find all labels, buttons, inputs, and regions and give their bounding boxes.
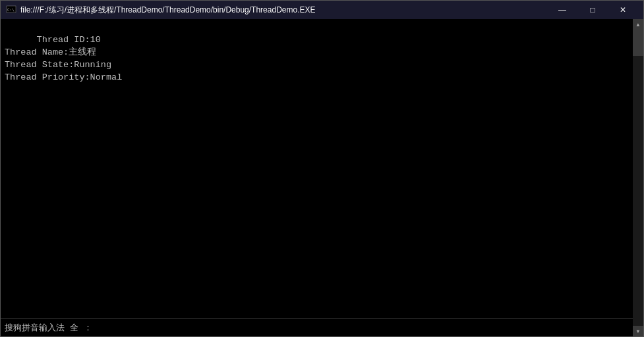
console-icon: C:\	[6, 5, 16, 15]
console-statusbar: 搜狗拼音输入法 全 ：	[1, 318, 643, 336]
scroll-down-arrow[interactable]: ▼	[633, 326, 643, 336]
console-line-4: Thread Priority:Normal	[5, 72, 122, 82]
console-body: Thread ID:10 Thread Name:主线程 Thread Stat…	[1, 19, 643, 336]
statusbar-text: 搜狗拼音输入法 全 ：	[5, 322, 92, 334]
console-line-1: Thread ID:10	[37, 35, 101, 45]
scrollbar-thumb[interactable]	[633, 30, 643, 56]
console-output: Thread ID:10 Thread Name:主线程 Thread Stat…	[1, 19, 643, 318]
svg-text:C:\: C:\	[7, 7, 15, 12]
titlebar: C:\ file:///F:/练习/进程和多线程/ThreadDemo/Thre…	[1, 1, 643, 19]
maximize-button[interactable]: □	[577, 1, 608, 19]
scrollbar[interactable]: ▲ ▼	[633, 19, 643, 336]
minimize-button[interactable]: —	[547, 1, 577, 19]
close-button[interactable]: ✕	[608, 1, 638, 19]
scroll-up-arrow[interactable]: ▲	[633, 19, 643, 30]
window: C:\ file:///F:/练习/进程和多线程/ThreadDemo/Thre…	[0, 0, 644, 337]
titlebar-text: file:///F:/练习/进程和多线程/ThreadDemo/ThreadDe…	[20, 5, 547, 16]
titlebar-buttons: — □ ✕	[547, 1, 638, 19]
scrollbar-track[interactable]	[633, 30, 643, 326]
console-line-3: Thread State:Running	[5, 60, 111, 70]
console-line-2: Thread Name:主线程	[5, 47, 96, 57]
